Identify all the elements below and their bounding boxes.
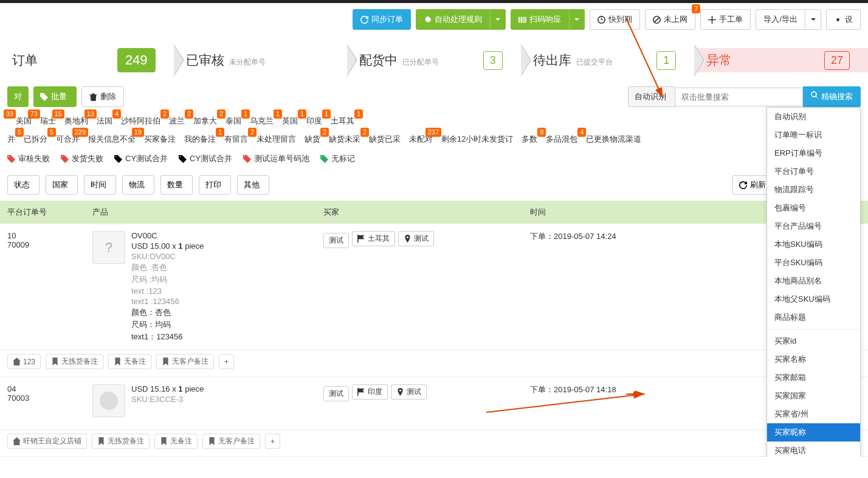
filter-dropdown[interactable]: 打印 (199, 175, 231, 195)
dropdown-item[interactable]: 买家昵称 (767, 423, 860, 442)
dropdown-item[interactable]: 平台产品编号 (767, 217, 860, 235)
filter-dropdown[interactable]: 其他 (237, 175, 269, 195)
mark-chip[interactable]: CY测试合并 (179, 153, 232, 164)
dropdown-item[interactable]: 物流跟踪号 (767, 181, 860, 199)
mark-chip[interactable]: 测试运单号码池 (243, 153, 309, 164)
auto-rule-button[interactable]: 自动处理规则 (416, 9, 490, 30)
country-chip[interactable]: 加拿大2 (193, 116, 217, 126)
flag-chip[interactable]: 有留言2 (224, 134, 248, 145)
dropdown-item[interactable]: 买家名称 (767, 350, 860, 369)
product-image[interactable]: ? (92, 231, 125, 264)
filter-dropdown[interactable]: 物流 (122, 175, 154, 195)
flag-chip[interactable]: 缺货已采 (369, 134, 401, 145)
auto-rule-caret[interactable] (490, 9, 506, 30)
footer-tag[interactable]: 无客户备注 (156, 354, 214, 369)
footer-tag[interactable]: 无拣货备注 (46, 354, 103, 369)
flag-chip[interactable]: 报关信息不全19 (88, 134, 136, 145)
country-chip[interactable]: 沙特阿拉伯2 (121, 116, 160, 126)
import-export-button[interactable]: 导入/导出 (756, 9, 805, 30)
flag-chip[interactable]: 缺货2 (305, 134, 320, 145)
scan-button[interactable]: 扫码响应 (511, 9, 569, 30)
flag-chip[interactable]: 我的备注1 (184, 134, 216, 145)
flag-chip[interactable]: 并5 (7, 134, 15, 145)
buyer-tag[interactable]: 测试 (391, 384, 427, 400)
mark-chip[interactable]: 审核失败 (7, 153, 50, 164)
add-footer-tag[interactable]: + (219, 354, 234, 369)
import-caret[interactable] (805, 9, 821, 30)
batch-button[interactable]: 批量 (33, 86, 77, 107)
footer-tag[interactable]: 无备注 (154, 434, 198, 449)
flag-chip[interactable]: 未配对237 (409, 134, 433, 145)
mark-chip[interactable]: 发货失败 (61, 153, 103, 164)
flag-chip[interactable]: 多品混包4 (546, 134, 577, 145)
country-chip[interactable]: 瑞士15 (40, 116, 56, 126)
country-chip[interactable]: 印度1 (306, 116, 322, 126)
dropdown-item[interactable]: 买家id (767, 332, 860, 350)
dropdown-item[interactable]: 买家国家 (767, 387, 860, 405)
dropdown-item[interactable]: 平台SKU编码 (767, 254, 860, 272)
manual-order-button[interactable]: 手工单 (700, 9, 751, 30)
dropdown-item[interactable]: 买家省/州 (767, 405, 860, 423)
stage-item[interactable]: 异常27 (694, 48, 868, 72)
match-button[interactable]: 对 (7, 86, 29, 107)
footer-tag[interactable]: 无备注 (108, 354, 151, 369)
footer-tag[interactable]: 123 (7, 354, 41, 369)
filter-dropdown[interactable]: 时间 (84, 175, 116, 195)
add-footer-tag[interactable]: + (265, 434, 280, 449)
mark-chip[interactable]: CY测试合并 (114, 153, 168, 164)
country-chip[interactable]: 美国73 (16, 116, 32, 126)
dropdown-item[interactable]: 平台订单号 (767, 162, 860, 181)
flag-chip[interactable]: 已更换物流渠道 (586, 134, 641, 145)
country-chip[interactable]: 泰国1 (226, 116, 241, 126)
scan-caret[interactable] (569, 9, 585, 30)
footer-tag[interactable]: 无拣货备注 (92, 434, 150, 449)
dropdown-item[interactable]: 买家邮箱 (767, 369, 860, 387)
offline-button[interactable]: 未上网 (645, 9, 695, 30)
buyer-tag[interactable]: 测试 (398, 231, 434, 246)
country-chip[interactable]: 奥地利13 (64, 116, 88, 126)
country-chip[interactable]: 乌克兰1 (250, 116, 274, 126)
filter-dropdown[interactable]: 状态 (7, 175, 40, 195)
settings-button[interactable]: 设 (826, 9, 861, 30)
expire-button[interactable]: 快到期 (590, 9, 640, 30)
stage-item[interactable]: 订单249 (0, 48, 174, 72)
precise-search-button[interactable]: 精确搜索 (803, 86, 861, 107)
country-chip[interactable]: 波兰2 (169, 116, 185, 126)
footer-tag[interactable]: 旺销王自定义店铺 (7, 434, 87, 449)
dropdown-item[interactable]: 本地SKU编码 (767, 235, 860, 254)
dropdown-item[interactable]: 本地父SKU编码 (767, 290, 860, 308)
footer-tag[interactable]: 无客户备注 (202, 434, 260, 449)
stage-item[interactable]: 待出库已提交平台1 (521, 48, 695, 72)
search-input[interactable] (675, 88, 803, 106)
filter-dropdown[interactable]: 数量 (160, 175, 193, 195)
mark-chip[interactable]: 无标记 (320, 153, 355, 164)
dropdown-item[interactable]: 商品标题 (767, 308, 860, 327)
product-image[interactable] (92, 384, 125, 417)
flag-chip[interactable]: 买家备注 (144, 134, 176, 145)
dropdown-item[interactable]: 自动识别 (767, 108, 860, 126)
dropdown-item[interactable]: ERP订单编号 (767, 144, 860, 162)
flag-chip[interactable]: 剩余12小时未发货订 (441, 134, 513, 145)
delete-button[interactable]: 删除 (81, 86, 124, 107)
flag-chip[interactable]: 已拆分5 (24, 134, 47, 145)
search-type-dropdown[interactable]: 自动识别 (628, 86, 675, 107)
flag-chip[interactable]: 缺货未采2 (329, 134, 360, 145)
country-chip[interactable]: 土耳其1 (331, 116, 354, 126)
dropdown-item[interactable]: 包裹编号 (767, 199, 860, 217)
buyer-tag[interactable]: 测试 (323, 233, 349, 248)
flag-chip[interactable]: 多数8 (522, 134, 537, 145)
flag-chip[interactable]: 可合并229 (56, 134, 80, 145)
buyer-tag[interactable]: 印度 (352, 384, 388, 400)
country-chip[interactable]: 法国4 (97, 116, 112, 126)
flag-chip[interactable]: 未处理留言 (257, 134, 296, 145)
dropdown-item[interactable]: 订单唯一标识 (767, 126, 860, 144)
dropdown-item[interactable]: 本地商品别名 (767, 272, 860, 290)
dropdown-item[interactable]: 买家电话 (767, 442, 860, 457)
buyer-tag[interactable]: 测试 (323, 386, 349, 401)
country-chip[interactable]: 英国1 (282, 116, 298, 126)
sync-orders-button[interactable]: 同步订单 (353, 9, 411, 30)
buyer-tag[interactable]: 土耳其 (352, 231, 395, 246)
stage-item[interactable]: 配货中已分配单号3 (347, 48, 521, 72)
filter-dropdown[interactable]: 国家 (46, 175, 78, 195)
stage-item[interactable]: 已审核未分配单号 (174, 48, 348, 72)
